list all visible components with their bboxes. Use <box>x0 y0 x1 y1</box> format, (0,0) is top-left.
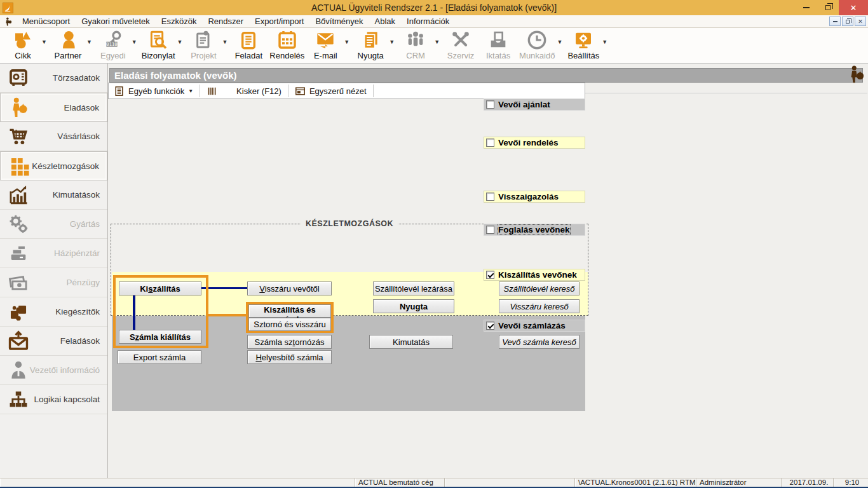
title-bar: ACTUAL Ügyviteli Rendszer 2.1 - [Eladási… <box>0 0 868 15</box>
szallitolevel-lezarasa-button[interactable]: Szállítólevél lezárása <box>373 281 454 295</box>
tray-icon <box>488 30 508 50</box>
menu-ablak[interactable]: Ablak <box>369 15 402 27</box>
visszaru-vevotol-button[interactable]: Visszáru vevőtől <box>247 281 332 295</box>
mdi-restore-button[interactable] <box>842 17 853 26</box>
menu-bovitmenyek[interactable]: Bővítmények <box>309 15 369 27</box>
export-szamla-button[interactable]: Export számla <box>118 350 201 364</box>
mdi-close-button[interactable]: ✕ <box>855 17 866 26</box>
separator <box>373 85 374 97</box>
sidebar-item-kimutatasok[interactable]: Kimutatások <box>0 180 107 210</box>
main-area: Eladási folyamatok (vevők) Egyéb funkció… <box>108 64 868 478</box>
kimutatas-button[interactable]: Kimutatás <box>369 335 453 349</box>
helyesbito-szamla-button[interactable]: Helyesbítő számla <box>247 350 332 364</box>
toolbar-cikk[interactable]: Cikk <box>6 30 39 60</box>
dropdown-arrow-icon: ▼ <box>188 88 193 94</box>
page-title-bar: Eladási folyamatok (vevők) <box>109 68 863 83</box>
stage-row-vevoi-ajanlat[interactable]: Vevői ajánlat <box>484 98 585 111</box>
checkbox[interactable] <box>486 271 494 279</box>
people-icon <box>405 30 426 50</box>
dropdown-arrow-icon[interactable]: ▼ <box>557 39 562 45</box>
sidebar-item-penzugy: Pénzügy <box>0 268 107 297</box>
dropdown-arrow-icon[interactable]: ▼ <box>132 39 137 45</box>
status-empty <box>445 478 575 487</box>
szamla-kiallitas-button[interactable]: Számla kiállítás <box>119 330 201 344</box>
menu-menucsoport[interactable]: Menücsoport <box>17 15 76 27</box>
kiszallitas-button[interactable]: Kiszállítás <box>119 281 201 295</box>
kiszallitas-es-szamla-button[interactable]: Kiszállítás és számla <box>248 304 331 318</box>
dropdown-arrow-icon[interactable]: ▼ <box>177 39 183 45</box>
document-search-icon <box>148 30 168 50</box>
simple-view-icon <box>295 86 306 97</box>
simple-view-button[interactable]: Egyszerű nézet <box>295 86 367 97</box>
stage-row-vevoi-szamlazas[interactable]: Vevői számlázás <box>484 320 585 332</box>
notepad-icon <box>238 30 259 50</box>
toolbar-egyedi: 0110 Egyedi <box>97 30 130 60</box>
status-empty <box>0 478 355 487</box>
puzzle-icon <box>8 301 29 323</box>
checkbox[interactable] <box>486 226 494 234</box>
dropdown-arrow-icon[interactable]: ▼ <box>86 39 92 45</box>
separator <box>288 85 288 97</box>
dropdown-arrow-icon[interactable]: ▼ <box>41 39 47 45</box>
key-icon: 0110 <box>103 30 123 50</box>
head-icon <box>58 30 78 50</box>
mdi-minimize-button[interactable] <box>829 17 841 26</box>
dropdown-arrow-icon[interactable]: ▼ <box>434 39 440 45</box>
stage-row-vevoi-rendeles[interactable]: Vevői rendelés <box>484 137 585 149</box>
bar-chart-icon <box>8 184 29 206</box>
banknotes-icon <box>8 272 29 294</box>
vevo-szamla-kereso-button[interactable]: Vevő számla kereső <box>499 335 580 349</box>
szamla-sztornozas-button[interactable]: Számla sztornózás <box>247 335 332 349</box>
sztorno-es-visszaru-button[interactable]: Sztornó és visszáru <box>248 318 331 331</box>
receipts-icon <box>360 30 381 50</box>
nyugta-button[interactable]: Nyugta <box>373 299 454 313</box>
menu-eszkozok[interactable]: Eszközök <box>156 15 203 27</box>
dropdown-arrow-icon[interactable]: ▼ <box>389 39 395 45</box>
toolbar-rendeles[interactable]: Rendelés <box>269 30 304 60</box>
sidebar-item-vezetoi-informacio: Vezetői információ <box>0 356 107 385</box>
toolbar-beallitas[interactable]: Beállítás <box>567 30 600 60</box>
sidebar-item-logikai-kapcsolat[interactable]: Logikai kapcsolat <box>0 385 107 414</box>
envelope-icon <box>315 30 336 50</box>
cash-register-icon <box>8 243 29 264</box>
checkbox[interactable] <box>486 139 494 147</box>
dropdown-arrow-icon[interactable]: ▼ <box>344 39 349 45</box>
sidebar-item-keszletmozgasok[interactable]: Készletmozgások <box>0 151 107 180</box>
salesperson-bag-icon <box>847 65 866 84</box>
sidebar-item-feladasok[interactable]: Feladások <box>0 327 107 356</box>
menu-export-import[interactable]: Export/import <box>249 15 309 27</box>
manager-person-icon <box>8 360 29 381</box>
menu-gyakori-muveletek[interactable]: Gyakori műveletek <box>76 15 156 27</box>
svg-text:0110: 0110 <box>106 41 117 47</box>
checkbox[interactable] <box>486 193 494 201</box>
other-functions-button[interactable]: Egyéb funkciók ▼ <box>114 86 193 97</box>
stage-row-visszaigazolas[interactable]: Visszaigazolás <box>484 191 585 203</box>
menu-rendszer[interactable]: Rendszer <box>202 15 249 27</box>
status-instance: \ACTUAL.Kronos0001 (2.1.61) RTM <box>575 478 696 487</box>
szallitolevel-kereso-button[interactable]: Szállítólevél kereső <box>499 281 580 295</box>
menu-person-icon <box>4 17 13 26</box>
checkbox[interactable] <box>486 322 494 330</box>
menu-informaciok[interactable]: Információk <box>401 15 455 27</box>
menu-bar: Menücsoport Gyakori műveletek Eszközök R… <box>0 15 868 28</box>
checkbox[interactable] <box>486 100 494 109</box>
toolbar-nyugta[interactable]: Nyugta <box>354 30 387 60</box>
status-time: 9:10 <box>834 478 867 487</box>
sidebar-item-torzsadatok[interactable]: Törzsadatok <box>0 64 107 93</box>
sidebar-item-vasarlasok[interactable]: Vásárlások <box>0 122 107 151</box>
sidebar-item-eladasok[interactable]: Eladások <box>0 93 107 122</box>
toolbar-bizonylat[interactable]: Bizonylat <box>142 30 175 60</box>
status-user: Adminisztrátor <box>696 478 782 487</box>
toolbar-partner[interactable]: Partner <box>51 30 85 60</box>
cart-icon <box>8 126 29 147</box>
kisker-button[interactable]: Kisker (F12) <box>207 86 281 97</box>
separator <box>200 85 200 97</box>
toolbar-email[interactable]: E-mail <box>309 30 342 60</box>
toolbar-feladat[interactable]: Feladat <box>232 30 265 60</box>
sidebar-item-kiegeszitok[interactable]: Kiegészítők <box>0 297 107 327</box>
stage-row-kiszallitas-vevonek[interactable]: Kiszállítás vevőnek <box>484 269 585 281</box>
dropdown-arrow-icon[interactable]: ▼ <box>602 39 607 45</box>
stage-row-foglalas-vevonek[interactable]: Foglalás vevőnek <box>484 224 585 236</box>
visszaru-kereso-button[interactable]: Visszáru kereső <box>499 299 580 313</box>
dropdown-arrow-icon[interactable]: ▼ <box>222 39 227 45</box>
